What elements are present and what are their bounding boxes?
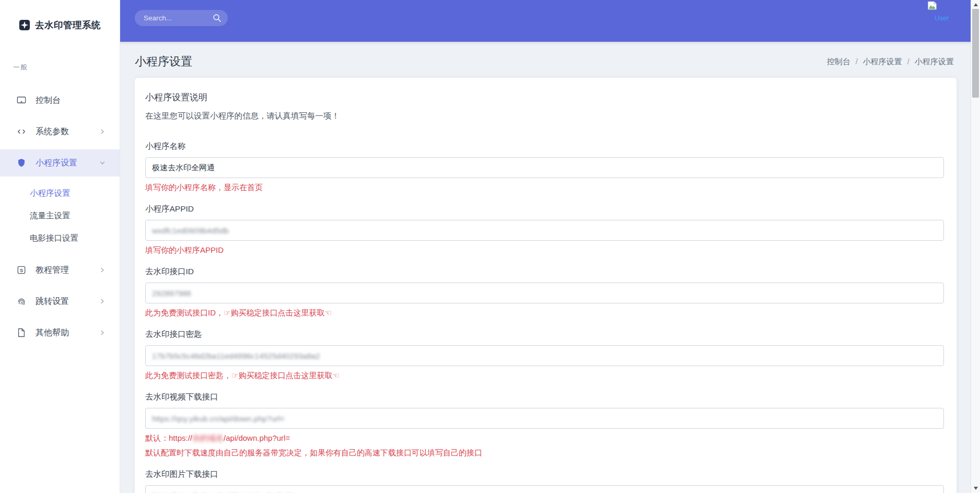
page-title: 小程序设置	[135, 54, 192, 69]
video-download-api-hint: 默认：https://你的域名/api/down.php?url=	[145, 432, 944, 443]
app-logo[interactable]: 去水印管理系统	[0, 0, 120, 31]
chevron-right-icon	[99, 267, 106, 273]
miniprogram-appid-label: 小程序APPID	[145, 203, 944, 215]
app-logo-star-icon	[19, 19, 30, 31]
search-icon[interactable]	[213, 14, 221, 22]
form-fields: 小程序名称填写你的小程序名称，显示在首页小程序APPIDwxdfc1ed0609…	[145, 140, 944, 493]
field-miniprogram-name: 小程序名称填写你的小程序名称，显示在首页	[145, 140, 944, 193]
form-description: 在这里您可以设置小程序的信息，请认真填写每一项！	[145, 111, 944, 122]
form-heading: 小程序设置说明	[145, 91, 944, 103]
field-image-download-api: 去水印图片下载接口https://qsy.yikub.cn/api/downpi…	[145, 468, 944, 493]
watermark-api-key-hint: 此为免费测试接口密匙，☞购买稳定接口点击这里获取☜	[145, 370, 944, 381]
sidebar-item-label: 控制台	[36, 95, 61, 106]
sidebar-subitem-traffic-settings[interactable]: 流量主设置	[0, 204, 120, 227]
image-download-api-label: 去水印图片下载接口	[145, 468, 944, 480]
watermark-api-id-buy-link[interactable]: ☞购买稳定接口点击这里获取☜	[224, 308, 332, 317]
sidebar: 去水印管理系统 一般 控制台系统参数小程序设置小程序设置流量主设置电影接口设置S…	[0, 0, 120, 493]
scrollbar-thumb[interactable]	[972, 9, 979, 98]
breadcrumb-item-current: 小程序设置	[915, 57, 954, 66]
sidebar-item-label: 教程管理	[36, 265, 69, 276]
image-download-api-input[interactable]	[145, 485, 944, 493]
monitor-icon	[16, 95, 27, 105]
sidebar-item-label: 小程序设置	[36, 158, 77, 169]
main-content: 小程序设置 控制台/小程序设置/小程序设置 小程序设置说明 在这里您可以设置小程…	[120, 42, 971, 493]
sidebar-item-system-params[interactable]: 系统参数	[0, 116, 120, 147]
sidebar-item-redirect-settings[interactable]: 跳转设置	[0, 286, 120, 317]
topbar: User	[120, 0, 971, 42]
sidebar-item-tutorial-management[interactable]: S教程管理	[0, 254, 120, 286]
sidebar-submenu: 小程序设置流量主设置电影接口设置	[0, 179, 120, 254]
sidebar-item-label: 跳转设置	[36, 296, 69, 307]
breadcrumb-item-miniprogram-settings[interactable]: 小程序设置	[863, 57, 902, 66]
code-icon	[16, 126, 27, 137]
chevron-right-icon	[99, 298, 106, 304]
field-watermark-api-id: 去水印接口ID292897986此为免费测试接口ID，☞购买稳定接口点击这里获取…	[145, 266, 944, 318]
breadcrumb: 控制台/小程序设置/小程序设置	[827, 57, 954, 67]
breadcrumb-separator: /	[856, 57, 858, 66]
sidebar-item-miniprogram-settings[interactable]: 小程序设置	[0, 149, 120, 177]
fingerprint-icon	[16, 296, 27, 307]
sidebar-item-other-help[interactable]: 其他帮助	[0, 317, 120, 348]
search-box[interactable]	[135, 10, 228, 26]
page-header: 小程序设置 控制台/小程序设置/小程序设置	[120, 42, 971, 69]
watermark-api-key-input[interactable]	[145, 345, 944, 366]
miniprogram-name-input[interactable]	[145, 157, 944, 178]
chevron-right-icon	[99, 330, 106, 336]
watermark-api-id-hint: 此为免费测试接口ID，☞购买稳定接口点击这里获取☜	[145, 307, 944, 318]
video-download-api-hint: 默认配置时下载速度由自己的服务器带宽决定，如果你有自己的高速下载接口可以填写自己…	[145, 447, 944, 458]
video-download-api-label: 去水印视频下载接口	[145, 391, 944, 403]
svg-text:S: S	[20, 268, 23, 273]
watermark-api-key-buy-link[interactable]: ☞购买稳定接口点击这里获取☜	[231, 371, 340, 380]
settings-card: 小程序设置说明 在这里您可以设置小程序的信息，请认真填写每一项！ 小程序名称填写…	[135, 78, 956, 493]
chevron-right-icon	[99, 128, 106, 135]
app-title: 去水印管理系统	[35, 19, 101, 31]
file-icon	[16, 327, 27, 338]
scrollbar[interactable]	[971, 0, 980, 493]
miniprogram-name-hint: 填写你的小程序名称，显示在首页	[145, 182, 944, 193]
user-label: User	[935, 14, 949, 22]
field-miniprogram-appid: 小程序APPIDwxdfc1ed0609b4d5db填写你的小程序APPID	[145, 203, 944, 255]
sidebar-item-label: 其他帮助	[36, 327, 69, 338]
s-square-icon: S	[16, 265, 27, 275]
scrollbar-down-arrow[interactable]	[974, 487, 978, 490]
field-video-download-api: 去水印视频下载接口https://qsy.yikub.cn/api/down.p…	[145, 391, 944, 458]
sidebar-section-label: 一般	[13, 63, 120, 72]
miniprogram-appid-input[interactable]	[145, 220, 944, 241]
sidebar-item-dashboard[interactable]: 控制台	[0, 85, 120, 116]
chevron-down-icon	[99, 160, 106, 166]
watermark-api-key-label: 去水印接口密匙	[145, 328, 944, 340]
miniprogram-name-label: 小程序名称	[145, 140, 944, 152]
scrollbar-up-arrow[interactable]	[974, 3, 978, 6]
search-input[interactable]	[135, 14, 211, 22]
shield-icon	[16, 158, 27, 168]
breadcrumb-item-dashboard[interactable]: 控制台	[827, 57, 850, 66]
sidebar-nav: 控制台系统参数小程序设置小程序设置流量主设置电影接口设置S教程管理跳转设置其他帮…	[0, 85, 120, 348]
sidebar-subitem-movie-api-settings[interactable]: 电影接口设置	[0, 227, 120, 249]
sidebar-item-label: 系统参数	[36, 126, 69, 137]
watermark-api-id-label: 去水印接口ID	[145, 266, 944, 277]
broken-avatar-icon	[927, 1, 949, 10]
breadcrumb-separator: /	[907, 57, 909, 66]
user-menu[interactable]: User	[927, 1, 949, 22]
miniprogram-appid-hint: 填写你的小程序APPID	[145, 244, 944, 255]
watermark-api-id-input[interactable]	[145, 283, 944, 303]
video-download-api-input[interactable]	[145, 408, 944, 429]
sidebar-subitem-miniprogram-settings-sub[interactable]: 小程序设置	[0, 182, 120, 204]
field-watermark-api-key: 去水印接口密匙17b7b5c5c46d2ba11ed4996c14525d402…	[145, 328, 944, 381]
